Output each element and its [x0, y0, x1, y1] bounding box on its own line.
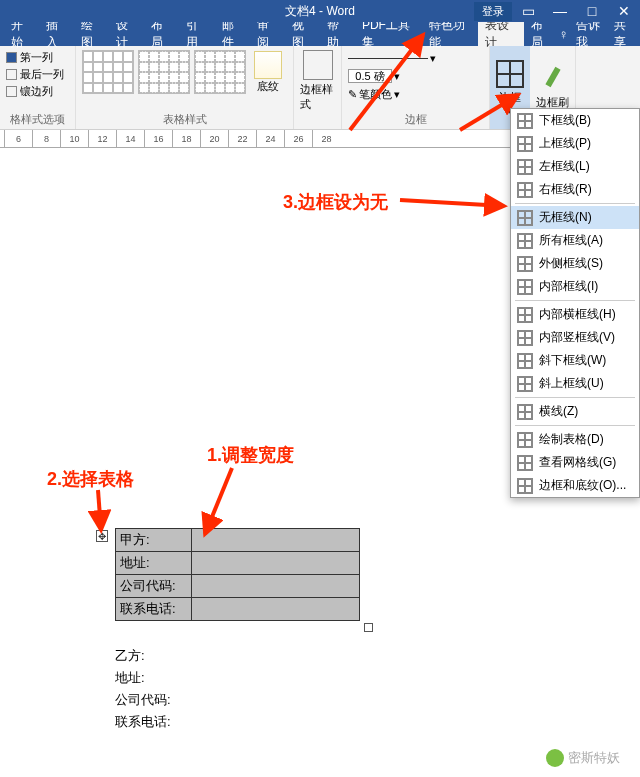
table-row: 地址: [116, 552, 360, 575]
menu-item[interactable]: 下框线(B) [511, 109, 639, 132]
borders-dropdown-menu: 下框线(B)上框线(P)左框线(L)右框线(R)无框线(N)所有框线(A)外侧框… [510, 108, 640, 498]
ribbon-tabs: 开始 插入 绘图 设计 布局 引用 邮件 审阅 视图 帮助 PDF工具集 特色功… [0, 22, 640, 46]
table-row: 联系电话: [116, 598, 360, 621]
border-style-icon [303, 50, 333, 80]
menu-item[interactable]: 斜下框线(W) [511, 349, 639, 372]
table-resize-handle[interactable] [364, 623, 373, 632]
border-type-icon [517, 330, 533, 346]
minimize-icon[interactable]: — [544, 0, 576, 22]
watermark: 密斯特妖 [546, 749, 620, 767]
table-row: 公司代码: [116, 575, 360, 598]
tell-me-icon[interactable]: ♀ [559, 27, 569, 42]
menu-item[interactable]: 右框线(R) [511, 178, 639, 201]
annotation-1: 1.调整宽度 [207, 443, 294, 467]
border-type-icon [517, 113, 533, 129]
group-table-styles: 表格样式 [82, 112, 287, 127]
login-button[interactable]: 登录 [474, 2, 512, 21]
ribbon-options-icon[interactable]: ▭ [512, 0, 544, 22]
border-type-icon [517, 432, 533, 448]
border-type-icon [517, 307, 533, 323]
title-bar: 文档4 - Word 登录 ▭ — □ ✕ [0, 0, 640, 22]
menu-item[interactable]: 无框线(N) [511, 206, 639, 229]
border-type-icon [517, 182, 533, 198]
label-banded-col: 镶边列 [20, 84, 53, 99]
table-style-2[interactable] [138, 50, 190, 94]
body-text[interactable]: 乙方: 地址: 公司代码: 联系电话: [115, 645, 540, 733]
border-line-style[interactable]: ▾ [348, 52, 483, 65]
menu-item[interactable]: 横线(Z) [511, 400, 639, 423]
border-type-icon [517, 279, 533, 295]
border-type-icon [517, 353, 533, 369]
border-style-button[interactable]: 边框样式 [300, 50, 335, 112]
menu-item[interactable]: 内部框线(I) [511, 275, 639, 298]
menu-item[interactable]: 左框线(L) [511, 155, 639, 178]
border-type-icon [517, 136, 533, 152]
table-move-handle[interactable]: ✥ [96, 530, 108, 542]
menu-item[interactable]: 所有框线(A) [511, 229, 639, 252]
menu-item[interactable]: 绘制表格(D) [511, 428, 639, 451]
checkbox-banded-col[interactable] [6, 86, 17, 97]
page: 甲方: 地址: 公司代码: 联系电话: 乙方: 地址: 公司代码: 联系电话: [100, 528, 540, 777]
tell-me[interactable]: 告诉我 [576, 17, 606, 51]
checkbox-first-col[interactable] [6, 52, 17, 63]
label-first-col: 第一列 [20, 50, 53, 65]
menu-item[interactable]: 边框和底纹(O)... [511, 474, 639, 497]
border-type-icon [517, 256, 533, 272]
menu-item[interactable]: 内部竖框线(V) [511, 326, 639, 349]
table-style-1[interactable] [82, 50, 134, 94]
menu-item[interactable]: 内部横框线(H) [511, 303, 639, 326]
border-type-icon [517, 159, 533, 175]
shading-icon [254, 51, 282, 79]
wechat-icon [546, 749, 564, 767]
annotation-3: 3.边框设为无 [283, 190, 388, 214]
group-borders: 边框 [348, 112, 483, 127]
label-last-col: 最后一列 [20, 67, 64, 82]
border-type-icon [517, 210, 533, 226]
close-icon[interactable]: ✕ [608, 0, 640, 22]
group-style-options: 格样式选项 [6, 112, 69, 127]
border-type-icon [517, 233, 533, 249]
menu-item[interactable]: 查看网格线(G) [511, 451, 639, 474]
border-type-icon [517, 478, 533, 494]
menu-item[interactable]: 上框线(P) [511, 132, 639, 155]
borders-icon [496, 60, 524, 88]
shading-button[interactable]: 底纹 [250, 50, 286, 94]
menu-item[interactable]: 斜上框线(U) [511, 372, 639, 395]
border-type-icon [517, 376, 533, 392]
annotation-2: 2.选择表格 [47, 467, 134, 491]
pen-color-button[interactable]: ✎笔颜色▾ [348, 87, 483, 102]
menu-item[interactable]: 外侧框线(S) [511, 252, 639, 275]
share-button[interactable]: 共享 [614, 17, 634, 51]
checkbox-last-col[interactable] [6, 69, 17, 80]
selected-table[interactable]: 甲方: 地址: 公司代码: 联系电话: [115, 528, 360, 621]
border-weight-input[interactable] [348, 69, 392, 83]
brush-icon [539, 65, 567, 93]
table-row: 甲方: [116, 529, 360, 552]
table-style-3[interactable] [194, 50, 246, 94]
border-type-icon [517, 455, 533, 471]
maximize-icon[interactable]: □ [576, 0, 608, 22]
document-title: 文档4 - Word [285, 3, 355, 20]
border-type-icon [517, 404, 533, 420]
